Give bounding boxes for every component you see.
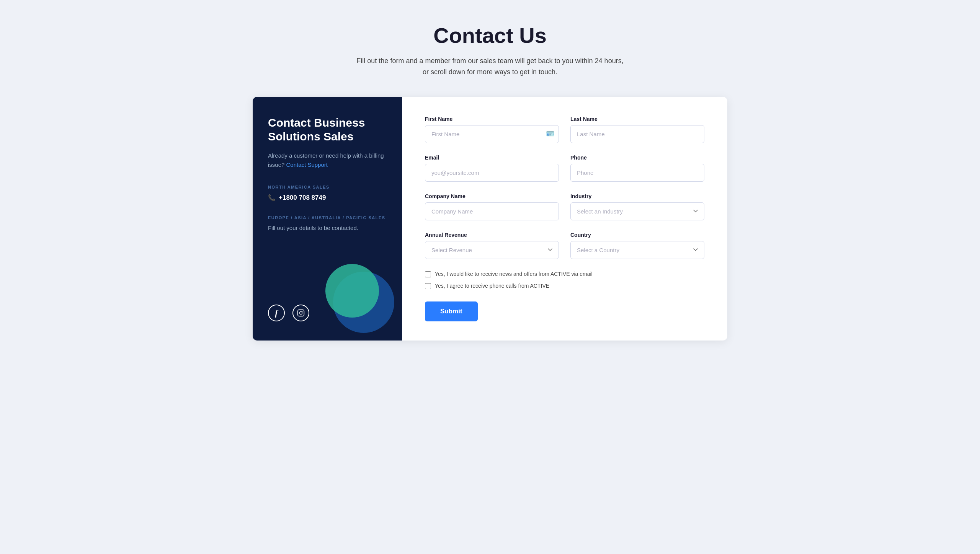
- phone-label: Phone: [570, 155, 704, 161]
- last-name-input[interactable]: [570, 125, 704, 143]
- industry-select[interactable]: Select an Industry Technology Finance He…: [570, 202, 704, 220]
- contact-form: First Name 🪪 Last Name Email: [425, 116, 704, 321]
- phone-input[interactable]: [570, 164, 704, 182]
- revenue-country-row: Annual Revenue Select Revenue $0 - $1M $…: [425, 232, 704, 259]
- sidebar-description: Already a customer or need help with a b…: [268, 151, 387, 169]
- company-label: Company Name: [425, 193, 559, 199]
- company-group: Company Name: [425, 193, 559, 220]
- social-icons: f: [268, 289, 387, 321]
- phone-optin-label: Yes, I agree to receive phone calls from…: [435, 282, 549, 290]
- facebook-icon[interactable]: f: [268, 305, 285, 321]
- country-label: Country: [570, 232, 704, 238]
- svg-point-1: [300, 311, 302, 314]
- revenue-label: Annual Revenue: [425, 232, 559, 238]
- company-industry-row: Company Name Industry Select an Industry…: [425, 193, 704, 220]
- email-group: Email: [425, 155, 559, 182]
- phone-group: Phone: [570, 155, 704, 182]
- na-sales-label: NORTH AMERICA SALES: [268, 185, 387, 189]
- country-group: Country Select a Country United States C…: [570, 232, 704, 259]
- contact-support-link[interactable]: Contact Support: [286, 161, 328, 168]
- revenue-select[interactable]: Select Revenue $0 - $1M $1M - $10M $10M …: [425, 241, 559, 259]
- revenue-group: Annual Revenue Select Revenue $0 - $1M $…: [425, 232, 559, 259]
- intl-sales-label: EUROPE / ASIA / AUSTRALIA / PACIFIC SALE…: [268, 215, 387, 220]
- last-name-group: Last Name: [570, 116, 704, 143]
- contact-card-icon: 🪪: [546, 130, 554, 138]
- intl-description: Fill out your details to be contacted.: [268, 225, 387, 231]
- svg-rect-0: [298, 310, 304, 316]
- page-subtitle: Fill out the form and a member from our …: [356, 55, 624, 78]
- page-title: Contact Us: [8, 23, 972, 48]
- first-name-input[interactable]: [425, 125, 559, 143]
- contact-card: Contact Business Solutions Sales Already…: [253, 97, 727, 341]
- last-name-label: Last Name: [570, 116, 704, 122]
- email-phone-row: Email Phone: [425, 155, 704, 182]
- first-name-label: First Name: [425, 116, 559, 122]
- first-name-group: First Name 🪪: [425, 116, 559, 143]
- sidebar-title: Contact Business Solutions Sales: [268, 116, 387, 143]
- country-select[interactable]: Select a Country United States Canada Un…: [570, 241, 704, 259]
- email-label: Email: [425, 155, 559, 161]
- na-phone: 📞 +1800 708 8749: [268, 194, 387, 202]
- phone-icon: 📞: [268, 194, 276, 201]
- phone-optin-checkbox[interactable]: [425, 283, 431, 289]
- sidebar: Contact Business Solutions Sales Already…: [253, 97, 402, 341]
- checkbox-section: Yes, I would like to receive news and of…: [425, 270, 704, 290]
- submit-button[interactable]: Submit: [425, 301, 478, 321]
- company-name-input[interactable]: [425, 202, 559, 220]
- email-optin-checkbox[interactable]: [425, 271, 431, 277]
- instagram-icon[interactable]: [292, 305, 309, 321]
- checkbox-row-2: Yes, I agree to receive phone calls from…: [425, 282, 704, 290]
- name-row: First Name 🪪 Last Name: [425, 116, 704, 143]
- form-panel: First Name 🪪 Last Name Email: [402, 97, 727, 341]
- checkbox-row-1: Yes, I would like to receive news and of…: [425, 270, 704, 278]
- industry-group: Industry Select an Industry Technology F…: [570, 193, 704, 220]
- svg-point-2: [302, 311, 303, 311]
- email-optin-label: Yes, I would like to receive news and of…: [435, 270, 593, 278]
- industry-label: Industry: [570, 193, 704, 199]
- email-input[interactable]: [425, 164, 559, 182]
